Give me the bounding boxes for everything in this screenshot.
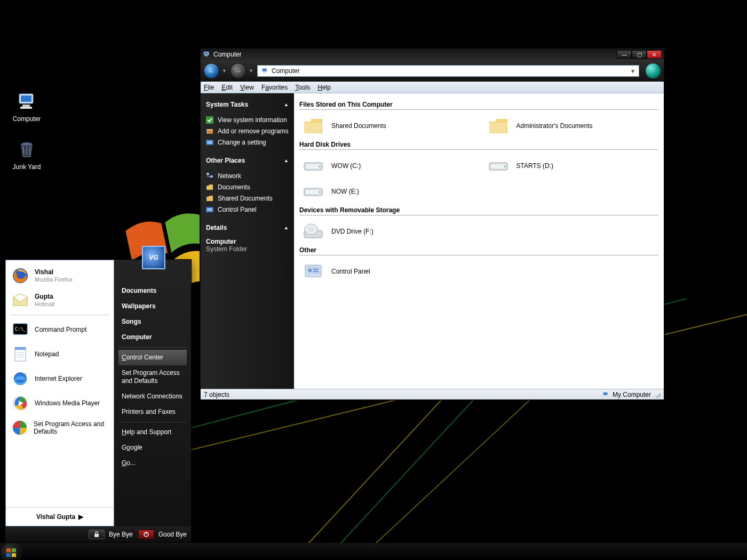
info-icon — [206, 116, 213, 124]
menu-file[interactable]: File — [204, 84, 214, 91]
svg-rect-3 — [20, 107, 32, 109]
item-drive-c[interactable]: WOW (C:) — [299, 154, 474, 178]
svg-rect-6 — [204, 52, 208, 54]
titlebar[interactable]: Computer — ▢ ✕ — [201, 49, 664, 60]
back-button[interactable]: ← — [204, 63, 219, 78]
menu-favorites[interactable]: Favorites — [261, 84, 288, 91]
start-button[interactable] — [1, 543, 21, 560]
taskbar[interactable] — [0, 543, 747, 560]
maximize-button[interactable]: ▢ — [632, 50, 647, 59]
go-button[interactable] — [646, 63, 661, 78]
collapse-icon: ▲ — [284, 102, 289, 107]
svg-rect-38 — [603, 393, 607, 395]
help-go[interactable]: Go... — [118, 455, 187, 471]
pinned-hotmail[interactable]: GuptaHotmail — [6, 288, 114, 313]
desktop-icon-junk-yard[interactable]: Junk Yard — [5, 139, 48, 171]
details-type: System Folder — [206, 245, 289, 253]
svg-rect-2 — [22, 105, 30, 107]
place-label: Computer — [122, 333, 152, 341]
lock-icon — [89, 530, 105, 539]
help-and-support[interactable]: Help and Support — [118, 425, 187, 440]
item-label: DVD Drive (F:) — [331, 228, 374, 235]
back-history-dropdown[interactable]: ▼ — [222, 68, 227, 74]
place-songs[interactable]: Songs — [118, 314, 187, 330]
forward-button[interactable]: → — [231, 63, 245, 78]
pinned-sub: Hotmail — [35, 301, 54, 307]
start-menu: VishalMozilla Firefox GuptaHotmail C:\_ … — [5, 260, 191, 526]
pinned-ie[interactable]: Internet Explorer — [6, 366, 114, 391]
place-label: Wallpapers — [122, 302, 156, 310]
details-header[interactable]: Details ▲ — [206, 224, 289, 234]
svg-point-34 — [308, 269, 312, 272]
group-removable: Devices with Removable Storage — [299, 206, 658, 215]
close-button[interactable]: ✕ — [647, 50, 662, 59]
user-avatar[interactable]: VG — [142, 246, 165, 269]
place-documents[interactable]: Documents — [206, 182, 289, 193]
cmd-icon: C:\_ — [12, 321, 29, 338]
minimize-button[interactable]: — — [617, 50, 632, 59]
forward-history-dropdown[interactable]: ▼ — [249, 68, 254, 74]
nav-toolbar: ← ▼ → ▼ Computer ▼ — [201, 60, 664, 82]
item-label: NOW (E:) — [331, 188, 359, 195]
svg-rect-27 — [306, 190, 321, 194]
place-shared-documents[interactable]: Shared Documents — [206, 193, 289, 204]
menu-view[interactable]: View — [240, 84, 254, 91]
all-programs-button[interactable]: Vishal Gupta ▶ — [6, 507, 114, 526]
pinned-title: Internet Explorer — [35, 375, 82, 382]
help-google[interactable]: Google — [118, 440, 187, 455]
file-list: Files Stored on This Computer Shared Doc… — [294, 93, 664, 389]
details-title: Details — [206, 224, 227, 231]
item-shared-documents[interactable]: Shared Documents — [299, 114, 474, 138]
desktop-icon-label: Computer — [5, 115, 48, 123]
address-bar[interactable]: Computer ▼ — [257, 65, 639, 77]
system-network-connections[interactable]: Network Connections — [118, 389, 187, 404]
other-places-header[interactable]: Other Places ▲ — [206, 157, 289, 166]
item-control-panel[interactable]: Control Panel — [299, 260, 474, 283]
network-icon — [206, 172, 213, 180]
task-change-setting[interactable]: Change a setting — [206, 137, 289, 148]
place-wallpapers[interactable]: Wallpapers — [118, 299, 187, 314]
hdd-icon — [303, 158, 324, 173]
resize-grip[interactable] — [654, 391, 661, 398]
task-label: Change a setting — [218, 139, 266, 147]
shutdown-button[interactable]: Good Bye — [138, 530, 187, 539]
task-add-remove-programs[interactable]: Add or remove programs — [206, 126, 289, 137]
separator — [118, 347, 187, 348]
place-label: Documents — [218, 183, 250, 191]
firefox-icon — [12, 267, 29, 284]
menu-edit[interactable]: Edit — [221, 84, 233, 91]
place-label: Control Panel — [218, 206, 257, 214]
menu-help[interactable]: Help — [317, 84, 331, 91]
svg-rect-10 — [263, 72, 266, 73]
menu-tools[interactable]: Tools — [295, 84, 310, 91]
task-view-system-info[interactable]: View system information — [206, 115, 289, 126]
pinned-title: Vishal — [35, 268, 53, 276]
help-label: Go... — [122, 459, 136, 467]
place-control-panel[interactable]: Control Panel — [206, 204, 289, 215]
pinned-cmd[interactable]: C:\_ Command Prompt — [6, 317, 114, 342]
logoff-label: Bye Bye — [109, 531, 133, 538]
system-tasks-header[interactable]: System Tasks ▲ — [206, 101, 289, 110]
system-printers-faxes[interactable]: Printers and Faxes — [118, 404, 187, 420]
pinned-firefox[interactable]: VishalMozilla Firefox — [6, 263, 114, 288]
item-dvd-drive[interactable]: DVD Drive (F:) — [299, 220, 474, 243]
item-drive-d[interactable]: STARTS (D:) — [484, 154, 659, 178]
address-dropdown-icon[interactable]: ▼ — [630, 68, 635, 74]
pinned-notepad[interactable]: Notepad — [6, 342, 114, 366]
place-documents[interactable]: Documents — [118, 283, 187, 299]
item-drive-e[interactable]: NOW (E:) — [299, 180, 474, 203]
pinned-title: Notepad — [35, 350, 59, 358]
logoff-button[interactable]: Bye Bye — [89, 530, 133, 539]
address-computer-icon — [261, 67, 268, 75]
system-spad[interactable]: Set Program Access and Defaults — [118, 365, 187, 389]
svg-rect-13 — [206, 129, 213, 131]
power-icon — [138, 530, 154, 539]
pinned-spad[interactable]: Set Program Access and Defaults — [6, 415, 114, 440]
pinned-wmp[interactable]: Windows Media Player — [6, 391, 114, 415]
place-computer[interactable]: Computer — [118, 330, 187, 345]
status-bar: 7 objects My Computer — [201, 389, 664, 399]
desktop-icon-computer[interactable]: Computer — [5, 91, 48, 123]
item-admin-documents[interactable]: Administrator's Documents — [484, 114, 659, 138]
system-control-center[interactable]: Control Center — [118, 350, 187, 365]
place-network[interactable]: Network — [206, 171, 289, 182]
